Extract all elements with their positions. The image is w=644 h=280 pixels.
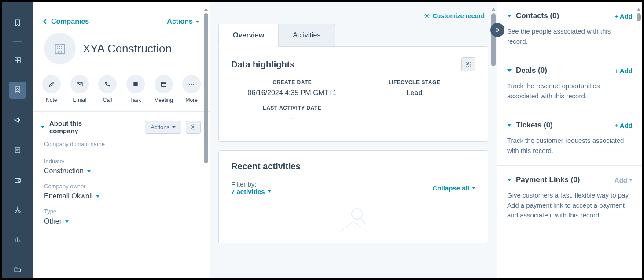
deals-desc: Track the revenue opportunities associat… [507, 81, 633, 101]
prop-type[interactable]: Type Other [44, 208, 199, 225]
payments-toggle[interactable]: Payment Links (0) [507, 175, 580, 184]
note-button[interactable]: Note [40, 75, 63, 103]
prop-industry[interactable]: Industry Construction [44, 158, 199, 175]
wallet-icon[interactable] [9, 171, 26, 189]
gear-icon [424, 13, 430, 19]
quick-action-row: Note Email Call Task Meeting More [33, 70, 210, 111]
caret-down-icon [172, 126, 176, 128]
right-scrollbar[interactable] [636, 8, 641, 278]
svg-rect-0 [15, 58, 17, 60]
recent-activities-card: Recent activities Filter by: 7 activitie… [218, 150, 488, 243]
tab-activities[interactable]: Activities [279, 24, 335, 47]
nav-rail [2, 2, 33, 278]
highlights-settings-button[interactable] [461, 57, 475, 71]
svg-rect-14 [161, 82, 166, 86]
payments-desc: Give customers a fast, flexible way to p… [507, 190, 633, 220]
svg-rect-13 [133, 82, 137, 86]
company-properties: Company domain name Industry Constructio… [33, 141, 210, 234]
left-scrollbar[interactable] [203, 8, 209, 278]
svg-point-19 [426, 15, 428, 17]
association-tickets: Tickets (0) + Add Track the customer req… [497, 111, 642, 166]
filter-by-label: Filter by: [231, 180, 257, 188]
about-settings-button[interactable] [186, 121, 201, 134]
caret-down-icon [195, 21, 199, 23]
company-avatar-icon[interactable] [44, 33, 76, 64]
tab-overview[interactable]: Overview [218, 24, 279, 47]
caret-down-icon [65, 220, 69, 223]
data-highlights-title: Data highlights [231, 60, 294, 70]
expand-panel-button[interactable] [490, 23, 504, 37]
svg-rect-2 [15, 60, 17, 63]
data-highlights-card: Data highlights CREATE DATE 06/16/2024 4… [218, 46, 488, 142]
tickets-desc: Track the customer requests associated w… [507, 136, 633, 156]
chevron-down-icon [507, 124, 512, 127]
caret-down-icon [629, 179, 633, 181]
task-button[interactable]: Task [125, 75, 147, 103]
contacts-desc: See the people associated with this reco… [507, 26, 633, 46]
highlight-last-activity: LAST ACTIVITY DATE -- [231, 105, 353, 123]
svg-line-22 [361, 218, 366, 224]
chevron-down-icon[interactable] [40, 126, 45, 128]
middle-panel: Customize record Overview Activities Dat… [210, 2, 497, 278]
activity-filter-dropdown[interactable]: 7 activities [231, 188, 271, 195]
svg-point-17 [193, 84, 194, 85]
folder-icon[interactable] [9, 261, 26, 278]
document-icon[interactable] [9, 141, 26, 159]
add-payment-link-dropdown[interactable]: Add [615, 176, 633, 184]
right-panel: Contacts (0) + Add See the people associ… [497, 2, 642, 278]
svg-point-8 [17, 207, 18, 208]
grid-icon[interactable] [9, 52, 26, 69]
record-tabs: Overview Activities [218, 24, 488, 47]
call-button[interactable]: Call [96, 75, 118, 103]
svg-rect-1 [18, 58, 20, 60]
association-deals: Deals (0) + Add Track the revenue opport… [497, 56, 642, 111]
gear-icon [190, 124, 196, 130]
email-button[interactable]: Email [69, 75, 91, 103]
empty-state-illustration [231, 206, 475, 232]
company-hero: XYA Construction [33, 26, 210, 70]
chevron-right-double-icon [494, 27, 500, 33]
customize-record-link[interactable]: Customize record [424, 12, 485, 19]
prop-owner[interactable]: Company owner Enemali Okwoli [44, 183, 199, 200]
deals-toggle[interactable]: Deals (0) [507, 66, 547, 75]
svg-point-15 [189, 84, 190, 85]
reports-icon[interactable] [9, 231, 26, 248]
contacts-toggle[interactable]: Contacts (0) [507, 11, 559, 20]
record-actions-dropdown[interactable]: Actions [167, 18, 199, 26]
svg-point-5 [17, 89, 18, 90]
caret-down-icon [472, 187, 475, 189]
svg-rect-11 [55, 45, 65, 54]
middle-scrollbar[interactable] [491, 8, 496, 278]
chevron-down-icon [507, 15, 512, 17]
highlight-create-date: CREATE DATE 06/16/2024 4:35 PM GMT+1 [231, 79, 353, 97]
company-name: XYA Construction [83, 42, 172, 56]
association-contacts: Contacts (0) + Add See the people associ… [497, 2, 642, 56]
more-button[interactable]: More [180, 75, 202, 103]
prop-domain[interactable]: Company domain name [44, 141, 199, 150]
chevron-down-icon [507, 179, 512, 181]
add-deal-button[interactable]: + Add [614, 67, 633, 75]
meeting-button[interactable]: Meeting [153, 75, 175, 103]
add-ticket-button[interactable]: + Add [614, 122, 633, 129]
caret-down-icon [268, 190, 271, 193]
back-label: Companies [51, 18, 89, 26]
contacts-nav-icon[interactable] [9, 82, 26, 99]
nav-divider [13, 41, 22, 42]
chevron-down-icon [507, 69, 512, 72]
association-payment-links: Payment Links (0) Add Give customers a f… [497, 166, 642, 230]
about-title: About this company [49, 119, 102, 134]
add-contact-button[interactable]: + Add [614, 12, 633, 20]
tickets-toggle[interactable]: Tickets (0) [507, 121, 553, 130]
svg-point-20 [467, 63, 469, 65]
svg-point-21 [352, 209, 362, 219]
back-to-companies[interactable]: Companies [44, 18, 89, 26]
about-section-header: About this company Actions [33, 111, 210, 141]
about-actions-dropdown[interactable]: Actions [145, 121, 181, 134]
bookmark-icon[interactable] [9, 14, 26, 32]
collapse-all-link[interactable]: Collapse all [433, 184, 475, 192]
workflow-icon[interactable] [9, 201, 26, 219]
recent-activities-title: Recent activities [231, 161, 475, 172]
highlight-lifecycle: LIFECYCLE STAGE Lead [353, 79, 476, 97]
megaphone-icon[interactable] [9, 111, 26, 129]
chevron-left-icon [43, 19, 48, 24]
